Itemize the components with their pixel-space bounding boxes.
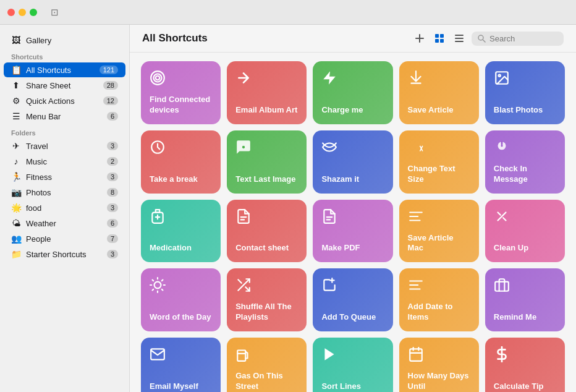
remind-me-icon: [494, 277, 556, 297]
shortcut-card-add-to-queue[interactable]: Add To Queue: [313, 268, 392, 331]
save-article-label: Save Article: [408, 105, 470, 116]
charge-me-label: Charge me: [321, 105, 384, 116]
sidebar-item-menu-bar[interactable]: ☰ Menu Bar 6: [4, 109, 125, 124]
fitness-badge: 3: [107, 173, 118, 181]
all-shortcuts-badge: 121: [100, 66, 118, 74]
folders-section-header: Folders: [0, 124, 129, 138]
calculate-tip-icon: [494, 346, 556, 366]
shortcut-card-calculate-tip[interactable]: Calculate Tip: [485, 338, 565, 392]
word-of-the-day-icon: [150, 277, 212, 297]
photos-badge: 8: [107, 188, 118, 197]
shortcut-card-shazam-it[interactable]: Shazam it: [313, 130, 392, 194]
people-badge: 7: [107, 234, 118, 243]
shortcut-card-check-in-message[interactable]: Check In Message: [485, 130, 565, 194]
starter-icon: 📁: [11, 249, 21, 259]
list-view-button[interactable]: [452, 31, 467, 46]
travel-label: Travel: [26, 142, 107, 151]
text-last-image-icon: [235, 139, 298, 159]
svg-point-24: [155, 282, 161, 289]
how-many-days-until-icon: [408, 346, 470, 366]
shortcut-card-medication[interactable]: Medication: [141, 200, 221, 263]
shortcut-card-remind-me[interactable]: Remind Me: [485, 268, 565, 331]
make-pdf-icon: [321, 208, 384, 228]
starter-badge: 3: [107, 250, 118, 258]
weather-badge: 6: [107, 219, 118, 228]
sidebar-item-share-sheet[interactable]: ⬆ Share Sheet 28: [4, 78, 125, 93]
svg-rect-0: [435, 34, 439, 38]
shortcut-card-save-article-mac[interactable]: Save Article Mac: [399, 200, 479, 263]
add-date-to-items-label: Add Date to Items: [408, 302, 470, 323]
grid-view-button[interactable]: [432, 31, 447, 46]
shazam-it-icon: [321, 139, 384, 159]
svg-point-13: [242, 146, 245, 148]
close-button[interactable]: [7, 9, 15, 16]
sidebar-item-weather[interactable]: 🌤 Weather 6: [4, 216, 125, 231]
email-album-art-label: Email Album Art: [235, 105, 298, 116]
svg-rect-1: [440, 34, 444, 38]
svg-rect-40: [237, 351, 245, 361]
sidebar-item-gallery[interactable]: 🖼 Gallery: [4, 33, 125, 48]
sidebar-toggle-icon[interactable]: ⊡: [51, 7, 59, 18]
shortcut-card-email-myself[interactable]: Email Myself: [141, 338, 221, 392]
add-to-queue-label: Add To Queue: [321, 312, 384, 323]
contact-sheet-label: Contact sheet: [235, 243, 298, 254]
fitness-label: Fitness: [26, 173, 107, 182]
shortcut-card-make-pdf[interactable]: Make PDF: [313, 200, 392, 263]
sort-lines-icon: [321, 346, 384, 366]
shortcut-card-text-last-image[interactable]: Text Last Image: [227, 130, 307, 194]
all-shortcuts-icon: 📋: [11, 65, 21, 75]
svg-marker-41: [325, 348, 334, 360]
sidebar-item-fitness[interactable]: 🏃 Fitness 3: [4, 169, 125, 184]
shortcut-card-sort-lines[interactable]: Sort Lines: [313, 338, 392, 392]
food-label: food: [26, 203, 107, 213]
share-sheet-icon: ⬆: [11, 80, 21, 90]
shortcut-card-add-date-to-items[interactable]: Add Date to Items: [399, 268, 479, 331]
shortcut-card-gas-on-this-street[interactable]: Gas On This Street: [227, 338, 307, 392]
maximize-button[interactable]: [30, 9, 37, 16]
people-icon: 👥: [11, 234, 21, 244]
gallery-icon: 🖼: [11, 35, 21, 45]
gas-on-this-street-icon: [235, 346, 298, 366]
shortcut-card-clean-up[interactable]: Clean Up: [485, 200, 565, 263]
text-last-image-label: Text Last Image: [235, 174, 298, 185]
shortcut-card-find-connected-devices[interactable]: Find Connected devices: [141, 61, 221, 124]
sidebar-item-all-shortcuts[interactable]: 📋 All Shortcuts 121: [4, 62, 125, 77]
check-in-message-icon: [494, 139, 556, 159]
shortcut-card-change-text-size[interactable]: Change Text Size: [399, 130, 479, 194]
sidebar-item-starter-shortcuts[interactable]: 📁 Starter Shortcuts 3: [4, 247, 125, 262]
find-connected-devices-label: Find Connected devices: [150, 95, 212, 116]
quick-actions-label: Quick Actions: [26, 96, 103, 106]
shortcut-card-shuffle-all-playlists[interactable]: Shuffle All The Playlists: [227, 268, 307, 331]
photos-label: Photos: [26, 188, 107, 197]
gallery-label: Gallery: [26, 36, 118, 45]
sidebar-item-music[interactable]: ♪ Music 2: [4, 154, 125, 169]
medication-icon: [150, 208, 212, 228]
starter-label: Starter Shortcuts: [26, 250, 107, 259]
shortcut-card-word-of-the-day[interactable]: Word of the Day: [141, 268, 221, 331]
shortcut-card-blast-photos[interactable]: Blast Photos: [485, 61, 565, 124]
svg-rect-39: [495, 282, 509, 291]
svg-line-28: [162, 289, 163, 291]
sidebar-item-food[interactable]: 🌟 food 3: [4, 200, 125, 215]
search-input[interactable]: [489, 34, 557, 43]
shortcut-card-charge-me[interactable]: Charge me: [313, 61, 392, 124]
change-text-size-label: Change Text Size: [408, 164, 470, 185]
shortcut-card-email-album-art[interactable]: Email Album Art: [227, 61, 307, 124]
shortcut-card-take-a-break[interactable]: Take a break: [141, 130, 221, 194]
add-button[interactable]: [412, 31, 427, 46]
shazam-it-label: Shazam it: [321, 174, 384, 185]
make-pdf-label: Make PDF: [321, 243, 384, 254]
sidebar-item-travel[interactable]: ✈ Travel 3: [4, 138, 125, 153]
content-header: All Shortcuts: [130, 25, 576, 53]
svg-line-31: [153, 289, 154, 291]
sidebar-item-people[interactable]: 👥 People 7: [4, 231, 125, 246]
sidebar-item-photos[interactable]: 📷 Photos 8: [4, 185, 125, 200]
minimize-button[interactable]: [19, 9, 26, 16]
shortcut-card-how-many-days-until[interactable]: How Many Days Until: [399, 338, 479, 392]
sidebar-item-quick-actions[interactable]: ⚙ Quick Actions 12: [4, 93, 125, 108]
photos-icon: 📷: [11, 187, 21, 197]
shortcut-card-save-article[interactable]: Save Article: [399, 61, 479, 124]
shortcut-card-contact-sheet[interactable]: Contact sheet: [227, 200, 307, 263]
medication-label: Medication: [150, 243, 212, 254]
svg-rect-3: [440, 39, 444, 43]
